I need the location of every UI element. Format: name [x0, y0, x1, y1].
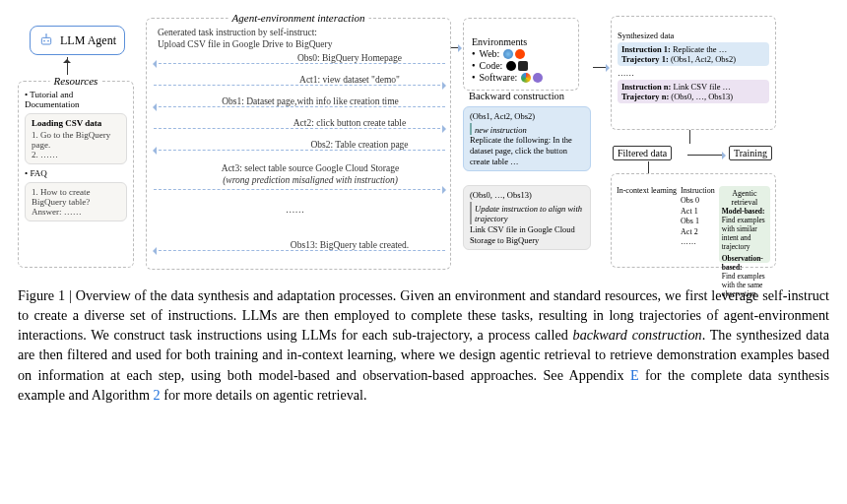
arrow-act3 — [154, 189, 445, 190]
training-box: Training — [729, 146, 772, 160]
icl-r1b: Find examples with similar intent and tr… — [722, 216, 767, 251]
env-code-row: • Code: — [472, 60, 570, 71]
bwd1-body: Replicate the following: In the dataset … — [470, 135, 584, 166]
res-tutorial-card: Loading CSV data 1. Go to the BigQuery p… — [25, 113, 127, 164]
arrow-obs1 — [154, 106, 445, 107]
reddit-icon — [515, 49, 525, 59]
resources-panel: Resources • Tutorial and Documentation L… — [18, 81, 134, 268]
bwd2-body: Link CSV file in Google Cloud Storage to… — [470, 224, 584, 245]
svg-point-4 — [45, 33, 47, 35]
act1: Act1: view dataset "demo" — [207, 75, 492, 85]
obs13: Obs13: BigQuery table created. — [207, 240, 492, 250]
icl-left-col: Instruction Obs 0 Act 1 Obs 1 Act 2 …… — [681, 186, 715, 263]
app-icon — [533, 73, 543, 83]
llm-agent-box: LLM Agent — [30, 26, 125, 55]
icl-l3: Obs 1 — [681, 217, 715, 226]
bwd2-traj: (Obs0, …, Obs13) — [470, 190, 584, 201]
bwd1-traj: (Obs1, Act2, Obs2) — [470, 111, 584, 122]
act2: Act2: click button create table — [207, 118, 492, 128]
arrow-filtered-down — [648, 161, 649, 173]
environments-panel: Environments • Web: • Code: • Software: — [463, 18, 579, 91]
svg-point-1 — [43, 40, 45, 42]
res-step1: 1. Go to the BigQuery page. — [32, 130, 120, 150]
terminal-icon — [518, 61, 528, 71]
res-item-faq: • FAQ — [25, 168, 127, 178]
icl-l4: Act 2 — [681, 227, 715, 237]
icl-title: In-context learning — [617, 186, 677, 263]
env-web-row: • Web: — [472, 48, 570, 59]
figure-caption: Figure 1 | Overview of the data synthesi… — [18, 285, 829, 405]
backward-card-2: (Obs0, …, Obs13) Update instruction to a… — [463, 185, 591, 250]
arrow-res-to-agent-head — [63, 55, 71, 63]
arrow-act2 — [154, 128, 445, 129]
arrow-bwd-to-synth — [593, 67, 609, 68]
obs0: Obs0: BigQuery Homepage — [207, 53, 492, 63]
res-loading: Loading CSV data — [32, 118, 120, 128]
synth-rown: Instruction n: Link CSV file … Trajector… — [618, 80, 769, 103]
filtered-data-box: Filtered data — [613, 146, 672, 160]
icl-l5: …… — [681, 237, 715, 247]
llm-agent-label: LLM Agent — [60, 33, 116, 48]
interaction-title: Agent-environment interaction — [228, 12, 369, 24]
bwd2-new: Update instruction to align with traject… — [470, 202, 584, 224]
github-icon — [506, 61, 516, 71]
backward-card-1: (Obs1, Act2, Obs2) new instruction Repli… — [463, 106, 591, 171]
act3a: Act3: select table source Google Cloud S… — [167, 163, 453, 173]
icl-r2t: Observation-based: — [722, 254, 767, 272]
gen-line2: Upload CSV file in Google Drive to BigQu… — [158, 39, 443, 49]
res-item-tutorial: • Tutorial and Documentation — [25, 90, 127, 109]
synth-dots: …… — [618, 68, 769, 78]
robot-icon — [38, 32, 54, 48]
gen-line1: Generated task instruction by self-instr… — [158, 28, 443, 37]
env-soft-row: • Software: — [472, 72, 570, 83]
res-faq-a: Answer: …… — [32, 207, 120, 217]
appendix-link[interactable]: E — [630, 367, 639, 383]
caption-bwd: backward construction — [573, 327, 702, 343]
globe-icon — [503, 49, 513, 59]
res-faq-card: 1. How to create BigQuery table? Answer:… — [25, 182, 127, 221]
icl-l1: Obs 0 — [681, 196, 715, 206]
res-faq-q: 1. How to create BigQuery table? — [32, 187, 120, 207]
caption-body4: for more details on agentic retrieval. — [161, 387, 367, 403]
act3b: (wrong prediction misaligned with instru… — [167, 175, 453, 185]
synth-panel: Synthesized data Instruction 1: Replicat… — [611, 16, 776, 130]
synth-row1: Instruction 1: Replicate the … Trajector… — [618, 42, 769, 66]
synth-title: Synthesized data — [618, 31, 769, 40]
backward-label: Backward construction — [469, 91, 564, 101]
gcloud-icon — [521, 73, 531, 83]
bwd1-new: new instruction — [470, 123, 584, 136]
resources-title: Resources — [50, 75, 102, 87]
obs1: Obs1: Dataset page,with info like creati… — [167, 96, 453, 106]
algorithm-link[interactable]: 2 — [154, 387, 161, 403]
icl-col-l: Instruction — [681, 186, 715, 196]
res-step2: 2. …… — [32, 150, 120, 159]
arrow-obs13 — [154, 250, 445, 251]
icl-panel: In-context learning Instruction Obs 0 Ac… — [611, 173, 776, 268]
arrow-act1 — [154, 85, 445, 86]
arrow-obs2 — [154, 150, 445, 151]
icl-l2: Act 1 — [681, 207, 715, 217]
arrow-synth-down — [689, 130, 690, 144]
arrow-obs0 — [154, 63, 445, 64]
svg-point-2 — [47, 40, 49, 42]
arrow-interact-to-env — [451, 47, 461, 48]
obs2: Obs2: Table creation page — [217, 140, 502, 150]
env-title: Environments — [472, 36, 570, 47]
caption-lead: Figure 1 | Overview of the data synthesi… — [18, 287, 396, 303]
svg-rect-0 — [41, 37, 50, 44]
arrow-filtered-training — [687, 155, 725, 156]
icl-col-r: Agentic retrieval — [722, 189, 767, 207]
icl-right-col: Agentic retrieval Model-based: Find exam… — [719, 186, 770, 263]
icl-r1t: Model-based: — [722, 207, 767, 216]
